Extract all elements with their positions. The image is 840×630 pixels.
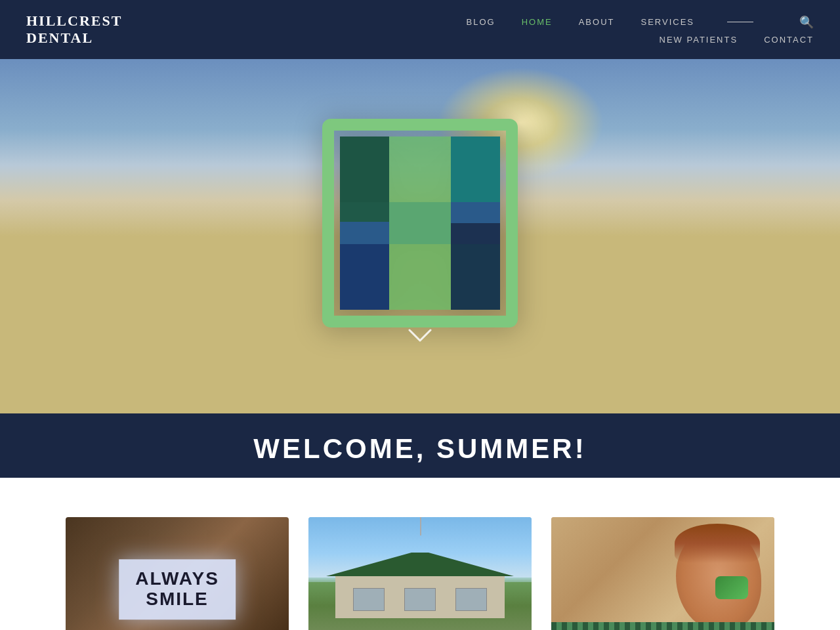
svg-rect-6 [451, 223, 500, 310]
boy-shirt [551, 622, 774, 630]
nav-row-2: NEW PATIENTS CONTACT [660, 35, 814, 45]
nav-row-1: BLOG HOME ABOUT SERVICES 🔍 [467, 15, 814, 30]
hero-chevron[interactable] [407, 327, 433, 348]
nav-home[interactable]: HOME [522, 17, 553, 27]
nav-new-patients[interactable]: NEW PATIENTS [660, 35, 738, 45]
svg-rect-5 [389, 136, 451, 310]
nav-contact[interactable]: CONTACT [764, 35, 814, 45]
boy-hair [675, 524, 760, 563]
sign-line2: SMILE [135, 589, 219, 610]
main-navigation: BLOG HOME ABOUT SERVICES 🔍 NEW PATIENTS … [467, 15, 814, 45]
svg-rect-4 [340, 136, 389, 222]
toy-object [715, 576, 748, 599]
welcome-banner: WELCOME, SUMMER! [0, 413, 840, 478]
sign-line1: ALWAYS [135, 569, 219, 589]
smile-sign: ALWAYS SMILE [119, 559, 236, 620]
window-1 [353, 588, 385, 611]
welcome-text: WELCOME, SUMMER! [0, 433, 840, 465]
card-boy [551, 517, 774, 630]
card-smile: ALWAYS SMILE [66, 517, 289, 630]
cards-section: ALWAYS SMILE [0, 478, 840, 630]
hero-logo-h [302, 105, 538, 341]
nav-divider [727, 22, 753, 22]
search-icon: 🔍 [799, 16, 814, 29]
site-header: HILLCREST DENTAL BLOG HOME ABOUT SERVICE… [0, 0, 840, 59]
window-2 [404, 588, 436, 611]
hero-section [0, 59, 840, 413]
site-logo[interactable]: HILLCREST DENTAL [26, 12, 122, 47]
nav-about[interactable]: ABOUT [579, 17, 615, 27]
flag-pole [420, 517, 421, 536]
building-roof [326, 553, 514, 576]
h-logo-svg [315, 118, 525, 328]
window-3 [455, 588, 487, 611]
card-building [308, 517, 532, 630]
search-button[interactable]: 🔍 [799, 15, 814, 30]
nav-blog[interactable]: BLOG [467, 17, 495, 27]
nav-services[interactable]: SERVICES [640, 17, 694, 27]
